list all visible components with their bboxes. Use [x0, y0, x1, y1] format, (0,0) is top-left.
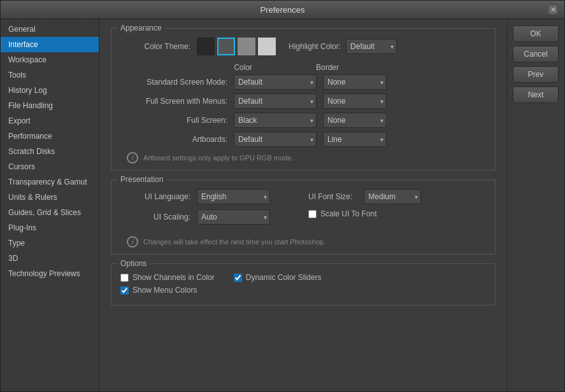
preferences-dialog: Preferences ✕ GeneralInterfaceWorkspaceT… — [0, 0, 565, 392]
appearance-section: Appearance Color Theme: Highlight Color:… — [111, 28, 496, 171]
scale-ui-row: Scale UI To Font — [308, 209, 421, 218]
screen-row-2: Full Screen:DefaultBlackDark GrayMedium … — [120, 113, 486, 128]
presentation-info-icon: i — [127, 236, 138, 248]
border-select-3[interactable]: NoneLineDrop Shadow — [323, 132, 387, 147]
sidebar-item-guides-grid-slices[interactable]: Guides, Grid & Slices — [1, 205, 99, 220]
color-wrapper-2: DefaultBlackDark GrayMedium GrayLight Gr… — [234, 113, 317, 128]
sidebar-item-export[interactable]: Export — [1, 113, 99, 129]
title-bar: Preferences ✕ — [1, 1, 564, 19]
sidebar-item-history-log[interactable]: History Log — [1, 83, 99, 98]
sidebar-item-transparency-gamut[interactable]: Transparency & Gamut — [1, 174, 99, 190]
dialog-title: Preferences — [17, 5, 548, 15]
border-wrapper-0: NoneLineDrop Shadow — [317, 74, 387, 90]
color-wrapper-3: DefaultBlackDark GrayMedium GrayLight Gr… — [234, 132, 317, 147]
presentation-label: Presentation — [118, 175, 166, 184]
ui-scaling-row: UI Scaling: Auto 100% — [120, 209, 270, 225]
presentation-info-row: i Changes will take effect the next time… — [127, 236, 486, 248]
sidebar-item-performance[interactable]: Performance — [1, 129, 99, 144]
show-menu-colors-checkbox[interactable] — [120, 286, 129, 295]
options-row-1: Show Channels in Color Dynamic Color Sli… — [120, 273, 486, 282]
ui-font-size-wrapper: Medium Tiny Small Large — [364, 189, 421, 204]
sidebar-item-scratch-disks[interactable]: Scratch Disks — [1, 144, 99, 159]
sidebar-item-file-handling[interactable]: File Handling — [1, 98, 99, 113]
ok-button[interactable]: OK — [513, 25, 559, 42]
ui-font-size-row: UI Font Size: Medium Tiny Small Large — [308, 189, 421, 204]
highlight-color-wrapper: Default Blue Red — [346, 39, 397, 54]
artboard-info-icon: i — [127, 152, 138, 164]
show-channels-label: Show Channels in Color — [132, 273, 215, 282]
screen-row-label-3: Artboards: — [120, 135, 234, 144]
color-select-3[interactable]: DefaultBlackDark GrayMedium GrayLight Gr… — [234, 132, 317, 147]
column-headers: Color Border — [197, 63, 486, 72]
main-content: GeneralInterfaceWorkspaceToolsHistory Lo… — [1, 19, 564, 391]
sidebar-item-plug-ins[interactable]: Plug-Ins — [1, 220, 99, 235]
theme-mid-light-swatch[interactable] — [238, 38, 255, 55]
presentation-content: UI Language: English Deutsch UI Scaling: — [120, 189, 486, 230]
show-menu-colors-label: Show Menu Colors — [132, 286, 197, 295]
color-theme-label: Color Theme: — [120, 42, 197, 51]
screen-row-3: Artboards:DefaultBlackDark GrayMedium Gr… — [120, 132, 486, 147]
dynamic-color-row: Dynamic Color Sliders — [234, 273, 322, 282]
artboard-info-text: Artboard settings only apply to GPU RGB … — [143, 154, 293, 162]
appearance-label: Appearance — [118, 24, 164, 32]
prev-button[interactable]: Prev — [513, 66, 559, 83]
presentation-section: Presentation UI Language: English Deutsc… — [111, 179, 496, 255]
options-section: Options Show Channels in Color Dynamic C… — [111, 263, 496, 305]
screen-row-label-1: Full Screen with Menus: — [120, 97, 234, 106]
ui-font-size-select[interactable]: Medium Tiny Small Large — [364, 189, 421, 204]
border-wrapper-2: NoneLineDrop Shadow — [317, 113, 387, 128]
ui-scaling-label: UI Scaling: — [120, 213, 197, 221]
border-select-2[interactable]: NoneLineDrop Shadow — [323, 113, 387, 128]
border-wrapper-3: NoneLineDrop Shadow — [317, 132, 387, 147]
color-select-0[interactable]: DefaultBlackDark GrayMedium GrayLight Gr… — [234, 74, 317, 90]
sidebar-item-type[interactable]: Type — [1, 235, 99, 251]
sidebar-item-general[interactable]: General — [1, 22, 99, 37]
sidebar-item-interface[interactable]: Interface — [1, 37, 99, 52]
screen-row-label-0: Standard Screen Mode: — [120, 78, 234, 87]
next-button[interactable]: Next — [513, 87, 559, 103]
sidebar-item-workspace[interactable]: Workspace — [1, 52, 99, 67]
dynamic-color-checkbox[interactable] — [234, 274, 242, 282]
color-wrapper-1: DefaultBlackDark GrayMedium GrayLight Gr… — [234, 94, 317, 109]
col-header-border: Border — [289, 63, 366, 72]
border-wrapper-1: NoneLineDrop Shadow — [317, 94, 387, 109]
scale-ui-checkbox[interactable] — [308, 210, 317, 218]
screen-rows: Standard Screen Mode:DefaultBlackDark Gr… — [120, 74, 486, 147]
highlight-color-select[interactable]: Default Blue Red — [346, 39, 397, 54]
scale-ui-label: Scale UI To Font — [320, 209, 377, 218]
screen-row-0: Standard Screen Mode:DefaultBlackDark Gr… — [120, 74, 486, 90]
show-menu-colors-row: Show Menu Colors — [120, 286, 486, 295]
color-select-1[interactable]: DefaultBlackDark GrayMedium GrayLight Gr… — [234, 94, 317, 109]
color-wrapper-0: DefaultBlackDark GrayMedium GrayLight Gr… — [234, 74, 317, 90]
options-label: Options — [118, 259, 149, 268]
theme-light-swatch[interactable] — [258, 38, 276, 55]
ui-language-row: UI Language: English Deutsch — [120, 189, 270, 204]
content-area: Appearance Color Theme: Highlight Color:… — [99, 19, 507, 391]
sidebar-item-cursors[interactable]: Cursors — [1, 159, 99, 174]
theme-mid-dark-swatch[interactable] — [217, 38, 235, 55]
dynamic-color-label: Dynamic Color Sliders — [246, 273, 322, 282]
ui-language-wrapper: English Deutsch — [197, 189, 270, 204]
show-channels-row: Show Channels in Color — [120, 273, 215, 282]
presentation-right: UI Font Size: Medium Tiny Small Large — [308, 189, 421, 218]
highlight-color-label: Highlight Color: — [289, 42, 341, 51]
ui-scaling-wrapper: Auto 100% — [197, 209, 270, 225]
presentation-left: UI Language: English Deutsch UI Scaling: — [120, 189, 270, 230]
border-select-1[interactable]: NoneLineDrop Shadow — [323, 94, 387, 109]
sidebar-item-tools[interactable]: Tools — [1, 67, 99, 83]
color-select-2[interactable]: DefaultBlackDark GrayMedium GrayLight Gr… — [234, 113, 317, 128]
close-button[interactable]: ✕ — [548, 4, 558, 15]
sidebar-item-3d[interactable]: 3D — [1, 251, 99, 266]
sidebar-item-units-rulers[interactable]: Units & Rulers — [1, 190, 99, 205]
ui-language-label: UI Language: — [120, 192, 197, 201]
cancel-button[interactable]: Cancel — [513, 46, 559, 62]
border-select-0[interactable]: NoneLineDrop Shadow — [323, 74, 387, 90]
col-header-color: Color — [197, 63, 289, 72]
sidebar-item-tech-previews[interactable]: Technology Previews — [1, 266, 99, 281]
ui-font-size-label: UI Font Size: — [308, 192, 359, 201]
ui-scaling-select[interactable]: Auto 100% — [197, 209, 270, 225]
show-channels-checkbox[interactable] — [120, 274, 129, 282]
ui-language-select[interactable]: English Deutsch — [197, 189, 270, 204]
theme-dark-swatch[interactable] — [197, 38, 215, 55]
screen-row-label-2: Full Screen: — [120, 116, 234, 125]
